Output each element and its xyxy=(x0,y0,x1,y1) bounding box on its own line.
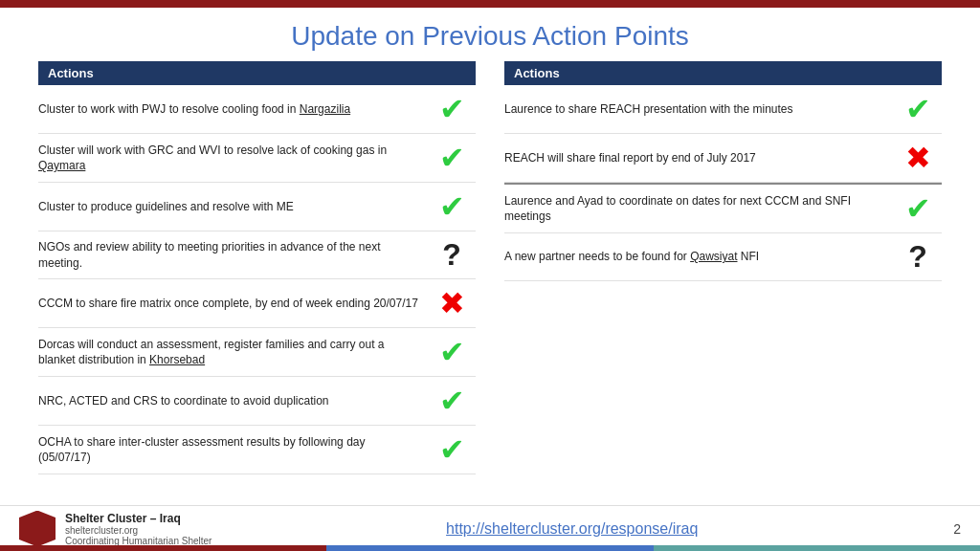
table-row: Cluster to work with PWJ to resolve cool… xyxy=(38,85,476,134)
action-text: Dorcas will conduct an assessment, regis… xyxy=(38,337,428,367)
check-icon: ✔ xyxy=(905,191,931,226)
action-text: NRC, ACTED and CRS to coordinate to avoi… xyxy=(38,393,428,408)
footer: Shelter Cluster – Iraq sheltercluster.or… xyxy=(0,505,980,551)
action-text: A new partner needs to be found for Qaws… xyxy=(504,249,894,264)
table-row: NRC, ACTED and CRS to coordinate to avoi… xyxy=(38,377,476,426)
action-text: CCCM to share fire matrix once complete,… xyxy=(38,296,428,311)
shelter-cluster-logo xyxy=(19,511,56,547)
status-icon: ? xyxy=(428,237,476,273)
status-icon: ✔ xyxy=(894,91,942,127)
status-icon: ? xyxy=(894,239,942,275)
bottom-bar xyxy=(0,545,980,551)
org-sub: Coordinating Humanitarian Shelter xyxy=(65,536,212,546)
status-icon: ✔ xyxy=(428,334,476,370)
table-row: Laurence and Ayad to coordinate on dates… xyxy=(504,183,942,233)
action-text: NGOs and review ability to meeting prior… xyxy=(38,239,428,270)
status-icon: ✔ xyxy=(428,140,476,176)
question-icon: ? xyxy=(442,237,461,272)
status-icon: ✔ xyxy=(428,188,476,225)
action-text: Cluster to work with PWJ to resolve cool… xyxy=(38,101,428,117)
content-area: Actions Cluster to work with PWJ to reso… xyxy=(0,61,980,474)
check-icon: ✔ xyxy=(439,141,465,175)
check-icon: ✔ xyxy=(439,335,465,369)
table-row: Cluster to produce guidelines and resolv… xyxy=(38,183,476,231)
action-text: Laurence and Ayad to coordinate on dates… xyxy=(504,193,894,224)
action-text: Cluster to produce guidelines and resolv… xyxy=(38,199,428,214)
page-title: Update on Previous Action Points xyxy=(0,8,980,61)
left-action-rows: Cluster to work with PWJ to resolve cool… xyxy=(38,85,476,474)
footer-org: Shelter Cluster – Iraq sheltercluster.or… xyxy=(65,512,212,546)
action-text: OCHA to share inter-cluster assessment r… xyxy=(38,434,428,465)
table-row: NGOs and review ability to meeting prior… xyxy=(38,231,476,279)
top-bar xyxy=(0,0,980,8)
check-icon: ✔ xyxy=(439,189,465,224)
footer-link[interactable]: http://sheltercluster.org/response/iraq xyxy=(212,520,932,538)
left-panel-header: Actions xyxy=(38,61,476,85)
right-action-rows: Laurence to share REACH presentation wit… xyxy=(504,85,942,281)
org-url: sheltercluster.org xyxy=(65,525,212,536)
action-text: Laurence to share REACH presentation wit… xyxy=(504,101,894,117)
table-row: OCHA to share inter-cluster assessment r… xyxy=(38,426,476,474)
table-row: Laurence to share REACH presentation wit… xyxy=(504,85,942,134)
check-icon: ✔ xyxy=(439,432,465,467)
cross-icon: ✖ xyxy=(905,141,931,175)
status-icon: ✖ xyxy=(894,140,942,176)
table-row: REACH will share final report by end of … xyxy=(504,134,942,183)
bottom-bar-blue xyxy=(326,545,653,551)
cross-icon: ✖ xyxy=(439,286,465,320)
check-icon: ✔ xyxy=(905,92,931,126)
status-icon: ✖ xyxy=(428,285,476,321)
status-icon: ✔ xyxy=(428,431,476,468)
status-icon: ✔ xyxy=(894,190,942,227)
status-icon: ✔ xyxy=(428,383,476,419)
table-row: A new partner needs to be found for Qaws… xyxy=(504,233,942,281)
left-panel: Actions Cluster to work with PWJ to reso… xyxy=(38,61,476,474)
org-name: Shelter Cluster – Iraq xyxy=(65,512,212,525)
bottom-bar-teal xyxy=(654,545,980,551)
action-text: REACH will share final report by end of … xyxy=(504,150,894,165)
page-number: 2 xyxy=(932,521,961,537)
action-text: Cluster will work with GRC and WVI to re… xyxy=(38,143,428,173)
bottom-bar-red xyxy=(0,545,326,551)
right-panel-header: Actions xyxy=(504,61,942,85)
status-icon: ✔ xyxy=(428,91,476,127)
footer-left: Shelter Cluster – Iraq sheltercluster.or… xyxy=(19,511,212,547)
question-icon: ? xyxy=(908,239,927,274)
check-icon: ✔ xyxy=(439,92,465,126)
check-icon: ✔ xyxy=(439,384,465,418)
right-panel: Actions Laurence to share REACH presenta… xyxy=(504,61,942,474)
table-row: CCCM to share fire matrix once complete,… xyxy=(38,279,476,328)
table-row: Dorcas will conduct an assessment, regis… xyxy=(38,328,476,377)
table-row: Cluster will work with GRC and WVI to re… xyxy=(38,134,476,183)
